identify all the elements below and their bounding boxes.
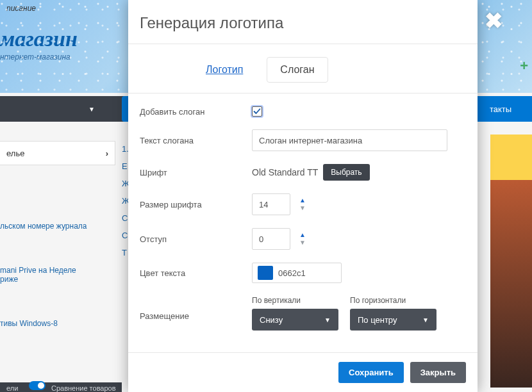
label-vertical: По вертикали bbox=[252, 296, 338, 305]
label-font: Шрифт bbox=[140, 168, 252, 177]
horizontal-select[interactable]: По центру ▼ bbox=[350, 309, 436, 331]
plus-icon[interactable]: + bbox=[520, 58, 528, 74]
text-color-input[interactable]: 0662c1 bbox=[252, 263, 342, 283]
header-top-label: писание bbox=[6, 4, 36, 13]
horizontal-select-value: По центру bbox=[358, 315, 397, 325]
slogan-text-input[interactable] bbox=[252, 129, 447, 151]
indent-input[interactable] bbox=[252, 228, 290, 250]
site-logo-text: магазин bbox=[0, 27, 78, 51]
modal-title: Генерация логотипа bbox=[128, 0, 478, 44]
chevron-down-icon: ▼ bbox=[324, 316, 331, 323]
vertical-select[interactable]: Снизу ▼ bbox=[252, 309, 338, 331]
compare-toggle[interactable] bbox=[29, 381, 46, 390]
font-size-input[interactable] bbox=[252, 193, 290, 215]
label-horizontal: По горизонтали bbox=[350, 296, 436, 305]
stepper-down-icon[interactable]: ▼ bbox=[298, 205, 307, 211]
close-button[interactable]: Закрыть bbox=[410, 362, 466, 383]
tab-logo[interactable]: Логотип bbox=[192, 57, 256, 83]
stepper-down-icon[interactable]: ▼ bbox=[298, 240, 307, 246]
sidebar-category-item[interactable]: елье › bbox=[0, 141, 115, 165]
article-link-1[interactable]: льском номере журнала bbox=[0, 222, 87, 231]
chevron-down-icon: ▼ bbox=[422, 316, 429, 323]
nav-dropdown[interactable]: ▼ bbox=[0, 96, 103, 122]
logo-generator-modal: Генерация логотипа Логотип Слоган Добави… bbox=[128, 0, 478, 392]
check-icon bbox=[253, 108, 261, 115]
label-indent: Отступ bbox=[140, 234, 252, 244]
chevron-right-icon: › bbox=[106, 149, 108, 158]
sidebar-category-label: елье bbox=[6, 149, 24, 158]
choose-font-button[interactable]: Выбрать bbox=[323, 164, 369, 181]
site-slogan-text: нтернет-магазина bbox=[0, 53, 71, 61]
tab-slogan[interactable]: Слоган bbox=[267, 57, 328, 83]
modal-footer: Сохранить Закрыть bbox=[128, 352, 478, 392]
stepper-up-icon[interactable]: ▲ bbox=[298, 232, 307, 238]
close-icon[interactable]: ✖ bbox=[485, 8, 503, 33]
chevron-down-icon: ▼ bbox=[88, 106, 95, 113]
label-add-slogan: Добавить слоган bbox=[140, 107, 252, 117]
color-hex-value: 0662c1 bbox=[278, 268, 306, 278]
article-link-3[interactable]: тивы Windows-8 bbox=[0, 319, 58, 328]
indent-stepper: ▲ ▼ bbox=[298, 232, 307, 246]
add-slogan-checkbox[interactable] bbox=[252, 106, 262, 117]
label-placement: Размещение bbox=[140, 296, 252, 321]
color-swatch bbox=[258, 266, 273, 280]
font-name-value: Old Standard TT bbox=[252, 167, 318, 177]
stepper-up-icon[interactable]: ▲ bbox=[298, 197, 307, 204]
vertical-select-value: Снизу bbox=[260, 315, 283, 325]
bottom-text-cut: ели bbox=[6, 384, 18, 392]
label-slogan-text: Текст слогана bbox=[140, 136, 252, 145]
nav-contacts[interactable]: такты bbox=[469, 96, 532, 122]
label-font-size: Размер шрифта bbox=[140, 200, 252, 209]
font-size-stepper: ▲ ▼ bbox=[298, 197, 307, 211]
modal-tabs: Логотип Слоган bbox=[128, 44, 478, 93]
article-link-2[interactable]: mani Prive на Неделе риже bbox=[0, 266, 76, 284]
product-image bbox=[490, 135, 532, 388]
compare-label: Сравнение товаров bbox=[51, 384, 116, 392]
label-text-color: Цвет текста bbox=[140, 268, 252, 278]
save-button[interactable]: Сохранить bbox=[338, 362, 404, 383]
